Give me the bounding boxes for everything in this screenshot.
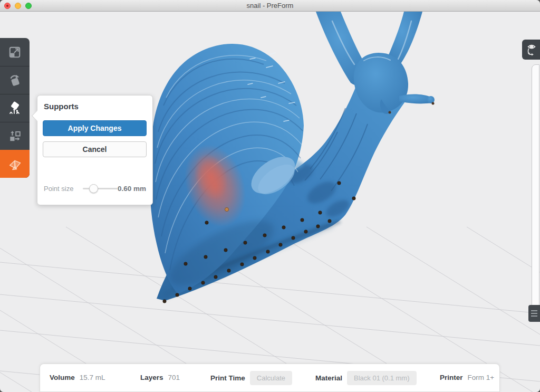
layout-move-icon xyxy=(8,129,22,143)
printer-group: Printer Form 1+ xyxy=(440,371,494,385)
point-size-row: Point size 0.60 mm xyxy=(44,182,146,195)
grip-lines-icon xyxy=(531,310,537,311)
print-time-group: Print Time Calculate xyxy=(210,371,292,385)
tool-supports[interactable] xyxy=(0,94,30,122)
layers-value: 701 xyxy=(168,371,180,385)
supports-icon xyxy=(8,101,22,115)
volume-value: 15.7 mL xyxy=(80,371,105,385)
tool-rotate[interactable] xyxy=(0,66,30,94)
rotate-icon xyxy=(8,73,22,87)
material-button[interactable]: Black 01 (0.1 mm) xyxy=(347,371,416,385)
titlebar[interactable]: snail - PreForm xyxy=(0,0,540,12)
printer-label: Printer xyxy=(440,371,463,385)
calculate-button[interactable]: Calculate xyxy=(250,371,292,385)
panel-title: Supports xyxy=(44,102,79,111)
printer-value: Form 1+ xyxy=(468,371,495,385)
status-bar: Volume 15.7 mL Layers 701 Print Time Cal… xyxy=(40,364,500,392)
tool-sidebar xyxy=(0,38,30,178)
scale-icon xyxy=(8,45,22,59)
preform-window: snail - PreForm xyxy=(0,0,540,392)
volume-group: Volume 15.7 mL xyxy=(50,371,105,385)
layer-slider-track[interactable] xyxy=(532,64,539,315)
tool-scale[interactable] xyxy=(0,38,30,66)
slider-track[interactable] xyxy=(83,188,118,189)
tool-layout[interactable] xyxy=(0,122,30,150)
layers-group: Layers 701 xyxy=(140,371,180,385)
snail-model[interactable] xyxy=(150,12,435,303)
layer-slider-handle[interactable] xyxy=(528,305,540,322)
window-title: snail - PreForm xyxy=(0,2,540,9)
material-group: Material Black 01 (0.1 mm) xyxy=(315,371,417,385)
orbit-view-button[interactable] xyxy=(522,40,540,60)
print-time-label: Print Time xyxy=(210,371,245,385)
supports-panel: Supports Apply Changes Cancel Point size… xyxy=(37,95,153,205)
point-size-value: 0.60 mm xyxy=(118,185,146,193)
support-point-selected[interactable] xyxy=(225,207,228,211)
slider-handle[interactable] xyxy=(89,184,98,193)
eye-orbit-icon xyxy=(525,43,537,56)
volume-label: Volume xyxy=(50,371,75,385)
apply-changes-button[interactable]: Apply Changes xyxy=(43,120,147,136)
point-size-slider[interactable] xyxy=(83,182,118,195)
butterfly-print-icon xyxy=(7,157,22,171)
material-label: Material xyxy=(315,371,342,385)
point-size-label: Point size xyxy=(44,185,79,193)
cancel-button[interactable]: Cancel xyxy=(43,141,147,157)
tool-print[interactable] xyxy=(0,150,30,178)
viewport-3d[interactable]: Supports Apply Changes Cancel Point size… xyxy=(0,12,540,392)
layers-label: Layers xyxy=(140,371,163,385)
